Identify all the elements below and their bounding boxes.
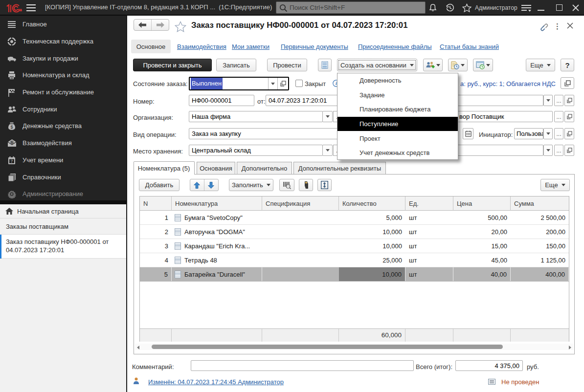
svg-text:$: $	[10, 125, 13, 130]
svg-text:7: 7	[11, 159, 13, 164]
svg-text:@: @	[10, 140, 14, 145]
